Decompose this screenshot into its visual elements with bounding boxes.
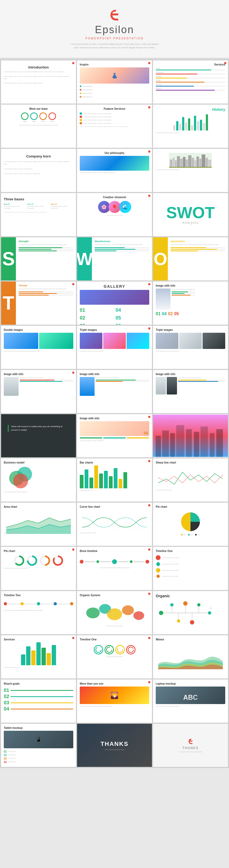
sharp-line-chart <box>156 467 225 488</box>
slide-title: Timeline Two <box>4 594 73 597</box>
slide-history: History Lorem ipsum dolor sit amet conse… <box>153 104 228 148</box>
image-right <box>39 333 73 349</box>
swot-content: SWOT Analysis <box>156 196 225 234</box>
slide-title: Double images <box>4 329 73 332</box>
slides-grid: Introduction Lorem ipsum dolor sit amet,… <box>0 59 229 768</box>
svg-rect-21 <box>176 425 184 457</box>
team-description: Lorem ipsum dolor sit amet consectetur a… <box>4 124 73 126</box>
slide-title: Image with info <box>80 417 149 420</box>
slide-title: Waves <box>156 638 225 641</box>
reach-bar-2 <box>10 696 73 697</box>
slide-dot <box>148 283 150 285</box>
tablet-list-3: 03 Lorem ipsum <box>4 757 73 760</box>
progress-bars: Design Development Marketing Strategy Br… <box>156 67 225 91</box>
slide-thanks: THANKS Lorem ipsum dolor sit amet <box>77 724 152 767</box>
triple-img-3 <box>127 333 149 349</box>
line-desc: Lorem ipsum dolor sit amet <box>156 489 225 491</box>
s-letter: S <box>2 249 15 268</box>
cover-title: Epsilon <box>95 24 134 36</box>
slide-title: Three bases <box>4 197 73 201</box>
slide-laptop: Laptop mockup ABC Lorem ipsum dolor sit … <box>153 680 228 723</box>
sbar-6 <box>46 653 51 665</box>
weaknesses-title: Weacknesses <box>95 240 149 243</box>
double-desc: Lorem ipsum dolor sit amet consectetur a… <box>4 350 73 352</box>
three-bases-cols: Base 01Lorem ipsum dolor sit amet consec… <box>4 203 73 209</box>
slide-title: Services <box>4 638 73 641</box>
slide-dot <box>72 637 74 639</box>
analysis-label: Analysis <box>183 221 199 225</box>
slide-opportunities: O Oportunities Lorem ipsum dolor sit ame… <box>153 237 228 280</box>
person-4b <box>167 377 177 395</box>
slide-image-info3: Image with info Lorem ipsum dolor sit am… <box>77 370 152 413</box>
slide-reach-goals: Reach goals 01 02 03 04 <box>1 680 76 723</box>
slide-thank-you: THANKS Lorem ipsum dolor sit amet consec… <box>153 724 228 767</box>
slide-title: Image with info <box>80 373 149 376</box>
thank-you-desc: Lorem ipsum dolor sit amet consectetur <box>178 751 202 753</box>
svg-rect-9 <box>192 158 194 168</box>
wave-chart <box>156 645 225 664</box>
threats-title: Threats <box>19 284 73 287</box>
timeline-circle-group <box>80 645 149 654</box>
pie-legend: 40% 30% 30% <box>156 534 225 535</box>
svg-point-64 <box>190 620 194 624</box>
slide-double-images: Double images Lorem ipsum dolor sit amet… <box>1 326 76 369</box>
tablet-list-4: 04 Lorem ipsum <box>4 761 73 764</box>
slide-company-born: Company born Lorem ipsum dolor sit amet,… <box>1 149 76 192</box>
person-3 <box>80 377 95 396</box>
triple-person-3 <box>203 333 225 349</box>
history-desc: Lorem ipsum dolor sit amet consectetur <box>156 132 225 133</box>
double-image-grid <box>4 333 73 349</box>
slide-dot <box>148 504 150 506</box>
history-bars <box>156 114 225 130</box>
slide-services-top: Services Design Development Marketing St… <box>153 60 228 103</box>
svg-point-67 <box>96 647 101 653</box>
slide-title: Image with info <box>156 284 225 287</box>
tl2-desc: Lorem ipsum dolor sit amet consectetur a… <box>4 610 73 611</box>
venn-diagram <box>4 465 73 490</box>
slide-title: Triple images <box>80 329 149 332</box>
reach-bar-1 <box>10 690 73 691</box>
svg-rect-5 <box>180 159 183 168</box>
philosophy-desc: Lorem ipsum dolor sit amet consectetur a… <box>80 172 149 174</box>
thanks-bg: THANKS Lorem ipsum dolor sit amet <box>77 724 152 767</box>
svg-rect-19 <box>162 430 169 457</box>
tablet-list-2: 02 Lorem ipsum <box>4 754 73 756</box>
t-circle-3 <box>115 645 125 654</box>
bar-desc: Lorem ipsum dolor sit <box>80 490 149 491</box>
threats-desc: Lorem ipsum dolor sit amet, consectetur … <box>19 288 73 290</box>
svg-point-59 <box>159 611 163 615</box>
reach-bar-3 <box>10 703 73 703</box>
t-circle-4 <box>126 645 135 654</box>
info5-bars <box>80 437 149 438</box>
svg-rect-8 <box>188 155 191 168</box>
weaknesses-content: W Weacknesses Lorem ipsum dolor sit amet… <box>77 237 152 280</box>
svg-rect-6 <box>183 157 186 168</box>
person-4a <box>156 377 166 395</box>
sbar-7 <box>52 645 56 665</box>
info5-desc: Lorem ipsum dolor sit amet consectetur <box>80 440 149 441</box>
curve-desc: Lorem ipsum dolor sit amet <box>80 532 149 534</box>
business-desc: Lorem ipsum dolor sit amet consectetur <box>4 491 73 493</box>
more-see-image: 🌄 <box>80 686 149 704</box>
feature-desc: Lorem ipsum dolor sit amet consectetur a… <box>80 126 149 128</box>
slide-title: Area chart <box>4 505 73 508</box>
svg-rect-11 <box>196 156 199 168</box>
donut-charts <box>4 555 73 566</box>
laptop-image: ABC <box>156 686 225 704</box>
quote-text: "Ideas will convert in reality when you … <box>8 425 69 432</box>
triple-img-1 <box>80 333 102 349</box>
inspire-image: 👗 <box>80 67 149 84</box>
team-circle-1 <box>21 113 29 120</box>
slide-meet-team: Meet our team Name Name Name Name Lorem … <box>1 104 76 148</box>
person-2 <box>4 377 19 396</box>
inspire-dots: Feature item text Feature item text Feat… <box>80 85 149 98</box>
slide-image-info4: Image with info Lorem ipsum dolor sit am… <box>153 370 228 413</box>
bone-end-left <box>80 560 84 564</box>
slide-dot <box>148 328 150 330</box>
epsilon-logo-small <box>187 738 194 745</box>
team-circle-4 <box>48 113 56 120</box>
tablet-list: 01 Lorem ipsum 02 Lorem ipsum 03 Lorem i… <box>4 750 73 764</box>
sbar-2 <box>26 646 30 665</box>
svg-rect-13 <box>202 155 205 168</box>
organic-branch-content: 01 <box>156 599 225 627</box>
